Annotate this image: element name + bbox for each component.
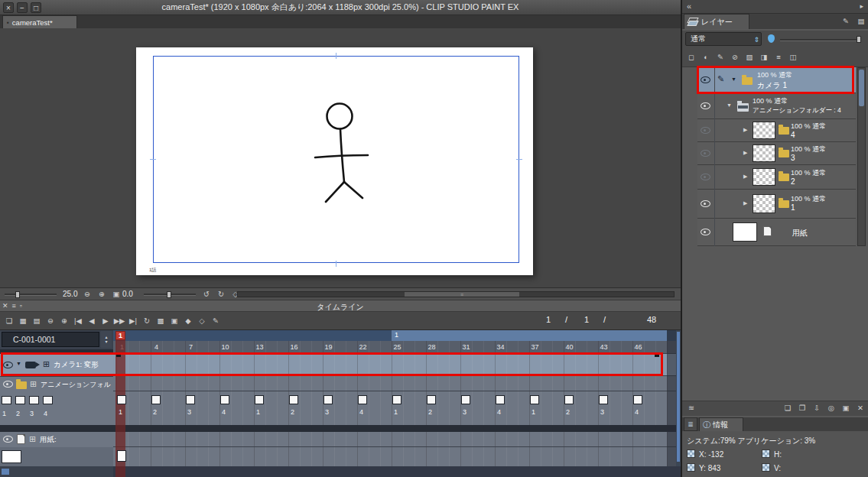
visibility-eye-icon[interactable] xyxy=(701,150,710,157)
cel-box-frame-16[interactable] xyxy=(289,395,298,404)
combine-mode-icon[interactable]: ◐ xyxy=(700,51,712,63)
track-visibility-eye-icon[interactable] xyxy=(3,362,13,368)
track-visibility-eye-icon[interactable] xyxy=(3,381,13,388)
playhead[interactable]: 1 xyxy=(115,331,125,340)
vscroll-thumb[interactable] xyxy=(677,332,680,462)
hscroll-thumb[interactable] xyxy=(2,469,9,475)
visibility-eye-icon[interactable] xyxy=(701,76,710,83)
expand-track-icon[interactable]: ⊞ xyxy=(30,379,37,389)
cel-thumb[interactable] xyxy=(29,396,39,404)
timeline-track-paper[interactable]: ⊞ 用紙: xyxy=(0,432,113,447)
expand-triangle-icon[interactable]: ▼ xyxy=(731,76,736,82)
canvas-page[interactable]: 1話 xyxy=(136,47,533,275)
edit-palette-icon[interactable]: ✎ xyxy=(840,15,852,28)
zoom-slider[interactable] xyxy=(5,294,57,296)
merge-down-icon[interactable]: ⇩ xyxy=(811,402,823,414)
lock-layer-icon[interactable]: ⊘ xyxy=(729,51,741,63)
tab-close-icon[interactable]: ▪ xyxy=(7,19,9,26)
cel-thumb[interactable] xyxy=(43,396,53,404)
play-icon[interactable]: ▶ xyxy=(99,315,112,327)
zoom-slider-th[interactable] xyxy=(15,291,20,298)
cut-spinner[interactable]: ▴ ▾ xyxy=(101,331,112,348)
layer-mask-icon[interactable]: ▣ xyxy=(840,402,852,414)
ruler-show-icon[interactable]: ≡ xyxy=(772,51,785,63)
animation-folder-track-cells[interactable] xyxy=(113,376,681,391)
expand-triangle-icon[interactable]: ▶ xyxy=(743,127,747,133)
mask-enable-icon[interactable]: ◨ xyxy=(758,51,770,63)
expand-triangle-icon[interactable]: ▶ xyxy=(743,174,747,180)
cel-box-frame-31[interactable] xyxy=(461,395,470,404)
thumbnail-size-icon[interactable]: ◻ xyxy=(685,51,697,63)
canvas-hscrollbar-thumb[interactable]: ≡ xyxy=(405,292,519,297)
timeline-hscroll-left[interactable] xyxy=(0,466,113,477)
cel-display-icon[interactable]: ▣ xyxy=(168,315,180,327)
layer-row-camera1[interactable]: ✎ ▼ 100 % 通常 カメラ 1 xyxy=(697,67,856,93)
layer-thumbnail[interactable] xyxy=(753,194,775,213)
canvas-hscrollbar[interactable]: ≡ xyxy=(237,291,675,297)
first-frame-icon[interactable]: |◀ xyxy=(72,315,84,327)
cel-box-frame-1[interactable] xyxy=(117,395,126,404)
expand-keyframes-icon[interactable]: ⊞ xyxy=(43,359,50,369)
layer-row-2[interactable]: ▶ 100 % 通常 2 xyxy=(697,165,856,190)
visibility-eye-icon[interactable] xyxy=(701,102,710,109)
visibility-eye-icon[interactable] xyxy=(701,200,710,207)
expand-track-icon[interactable]: ⊞ xyxy=(29,434,36,444)
cel-box-frame-19[interactable] xyxy=(323,395,333,404)
blend-mode-select[interactable]: 通常 ⇕ xyxy=(685,32,762,46)
tab-layers[interactable]: レイヤー xyxy=(684,14,749,29)
fit-screen-icon[interactable]: ▣ xyxy=(110,288,122,300)
zoom-out-icon[interactable]: ⊖ xyxy=(81,288,93,300)
new-folder-icon[interactable]: ❐ xyxy=(796,402,808,414)
timeline-select-icon[interactable]: ❏ xyxy=(3,315,15,327)
cel-box-frame-43[interactable] xyxy=(599,395,608,404)
zoom-in-icon[interactable]: ⊕ xyxy=(96,288,108,300)
layer-row-4[interactable]: ▶ 100 % 通常 4 xyxy=(697,119,856,142)
prev-frame-icon[interactable]: ◀ xyxy=(86,315,98,327)
panel-list-tab[interactable]: ≣ xyxy=(684,417,697,431)
last-frame-icon[interactable]: ▶| xyxy=(127,315,139,327)
cel-box-frame-25[interactable] xyxy=(392,395,401,404)
cel-box-frame-46[interactable] xyxy=(633,395,642,404)
next-frame-icon[interactable]: ▶▶ xyxy=(113,315,125,327)
layer-thumbnail[interactable] xyxy=(753,144,775,162)
timeline-frames-area[interactable]: 1 14710131619222528313437404346 12341234… xyxy=(113,330,681,477)
paper-thumbnail[interactable] xyxy=(2,450,21,463)
paper-cel-row[interactable] xyxy=(113,447,681,466)
rotate-left-icon[interactable]: ↺ xyxy=(200,288,213,300)
rotation-slider-th[interactable] xyxy=(167,291,171,298)
visibility-eye-icon[interactable] xyxy=(701,127,710,134)
onion-skin-icon[interactable]: ▩ xyxy=(154,315,167,327)
expand-triangle-icon[interactable]: ▼ xyxy=(727,102,732,108)
paper-track-cells[interactable] xyxy=(113,432,681,447)
layer-thumbnail[interactable] xyxy=(753,168,775,186)
timeline-track-camera[interactable]: ▼ ⊞ カメラ1: 変形 xyxy=(0,354,113,376)
palette-options-icon[interactable]: ▤ xyxy=(855,15,867,28)
expand-triangle-icon[interactable]: ▶ xyxy=(743,200,747,206)
opacity-slider-thumb[interactable] xyxy=(857,36,861,43)
layer-row-paper[interactable]: 用紙 xyxy=(697,219,856,246)
collapse-triangle-icon[interactable]: ▼ xyxy=(16,361,21,366)
cut-name[interactable]: C-001-0001 xyxy=(2,332,99,347)
clipping-icon[interactable]: ◎ xyxy=(825,402,837,414)
layer-row-1[interactable]: ▶ 100 % 通常 1 xyxy=(697,190,856,219)
paper-cel-box[interactable] xyxy=(117,450,126,462)
cel-thumb[interactable] xyxy=(15,396,25,404)
layer-color-icon[interactable]: ◫ xyxy=(787,51,799,63)
opacity-slider[interactable] xyxy=(780,39,860,41)
track-visibility-eye-icon[interactable] xyxy=(3,436,13,443)
cel-box-frame-13[interactable] xyxy=(255,395,264,404)
cel-row[interactable]: 1234123412341234 xyxy=(113,391,681,425)
timeline-track-animation-folder[interactable]: ⊞ アニメーションフォル xyxy=(0,376,113,391)
timeline-ruler[interactable]: 1 xyxy=(113,330,681,341)
expand-triangle-icon[interactable]: ▶ xyxy=(743,150,747,156)
track-list-view-icon[interactable]: ▤ xyxy=(31,315,43,327)
cel-box-frame-40[interactable] xyxy=(564,395,574,404)
spin-down-icon[interactable]: ▾ xyxy=(105,339,107,344)
new-layer-icon[interactable]: ❏ xyxy=(782,402,794,414)
timeline-zoom-out-icon[interactable]: ⊖ xyxy=(44,315,57,327)
lock-transparent-icon[interactable]: ▨ xyxy=(743,51,756,63)
edit-timeline-icon[interactable]: ✎ xyxy=(210,315,222,327)
cel-box-frame-10[interactable] xyxy=(220,395,229,404)
cel-box-frame-7[interactable] xyxy=(186,395,195,404)
cel-box-frame-28[interactable] xyxy=(427,395,436,404)
